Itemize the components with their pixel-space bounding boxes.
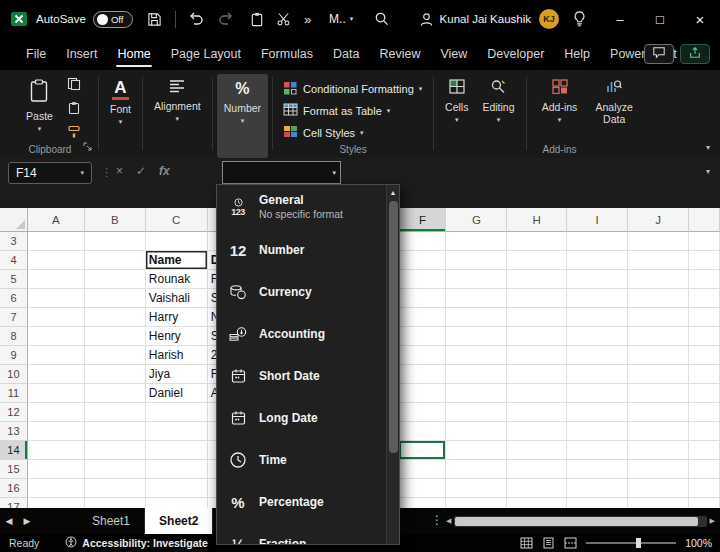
cell-J10[interactable]: [628, 365, 689, 384]
format-option-percentage[interactable]: %Percentage: [217, 481, 386, 523]
row-header-8[interactable]: 8: [0, 327, 28, 346]
row-header-16[interactable]: 16: [0, 479, 28, 498]
cell-k15[interactable]: [689, 460, 720, 479]
cell-B13[interactable]: [85, 422, 146, 441]
cell-A7[interactable]: [28, 308, 85, 327]
column-header-J[interactable]: J: [628, 208, 689, 232]
tab-file[interactable]: File: [16, 38, 56, 70]
zoom-slider[interactable]: [586, 542, 676, 544]
cell-k5[interactable]: [689, 270, 720, 289]
cancel-icon[interactable]: ×: [116, 164, 123, 178]
tab-developer[interactable]: Developer: [477, 38, 554, 70]
expand-formula-bar-icon[interactable]: ▾: [706, 167, 710, 176]
cell-H10[interactable]: [507, 365, 567, 384]
cell-F5[interactable]: [399, 270, 446, 289]
cell-I7[interactable]: [567, 308, 628, 327]
cell-B14[interactable]: [85, 441, 146, 460]
cell-G16[interactable]: [446, 479, 507, 498]
cell-J3[interactable]: [628, 232, 689, 251]
dropdown-scrollbar[interactable]: ▲: [386, 185, 399, 544]
cell-J16[interactable]: [628, 479, 689, 498]
cell-B12[interactable]: [85, 403, 146, 422]
column-header-B[interactable]: B: [85, 208, 146, 232]
copy-icon[interactable]: [67, 77, 81, 95]
collapse-ribbon-chevron-icon[interactable]: ▾: [706, 143, 710, 152]
paste-options-icon[interactable]: [67, 101, 81, 119]
tab-page-layout[interactable]: Page Layout: [161, 38, 251, 70]
cell-I8[interactable]: [567, 327, 628, 346]
cell-C12[interactable]: [146, 403, 208, 422]
cell-G9[interactable]: [446, 346, 507, 365]
formula-bar-handle[interactable]: ⋮: [101, 166, 112, 179]
cell-A11[interactable]: [28, 384, 85, 403]
search-icon[interactable]: [374, 11, 389, 26]
cell-G11[interactable]: [446, 384, 507, 403]
lightbulb-icon[interactable]: [573, 11, 586, 27]
editing-button[interactable]: Editing ▾: [475, 74, 521, 158]
avatar[interactable]: KJ: [539, 9, 559, 29]
tab-help[interactable]: Help: [554, 38, 600, 70]
name-box[interactable]: F14 ▾: [8, 162, 92, 184]
row-header-13[interactable]: 13: [0, 422, 28, 441]
cell-B8[interactable]: [85, 327, 146, 346]
column-header-k[interactable]: [689, 208, 720, 232]
cell-I14[interactable]: [567, 441, 628, 460]
cell-F7[interactable]: [399, 308, 446, 327]
share-button[interactable]: [680, 44, 710, 64]
splitter-handle[interactable]: ⋮: [431, 513, 443, 527]
cell-J14[interactable]: [628, 441, 689, 460]
cell-I12[interactable]: [567, 403, 628, 422]
zoom-level[interactable]: 100%: [685, 537, 712, 549]
format-option-long-date[interactable]: Long Date: [217, 397, 386, 439]
scrollbar-thumb[interactable]: [389, 201, 398, 453]
sheet-tab-sheet1[interactable]: Sheet1: [78, 508, 145, 534]
cell-J6[interactable]: [628, 289, 689, 308]
toolbar-overflow-chevron[interactable]: »: [304, 12, 311, 27]
maximize-button[interactable]: □: [640, 0, 680, 38]
autosave-toggle[interactable]: Off: [93, 11, 133, 28]
format-option-currency[interactable]: Currency: [217, 271, 386, 313]
cell-F12[interactable]: [399, 403, 446, 422]
scrollbar-track[interactable]: [454, 516, 706, 527]
cell-I4[interactable]: [567, 251, 628, 270]
cell-I9[interactable]: [567, 346, 628, 365]
cell-J13[interactable]: [628, 422, 689, 441]
cell-A6[interactable]: [28, 289, 85, 308]
cell-B15[interactable]: [85, 460, 146, 479]
cell-F16[interactable]: [399, 479, 446, 498]
cell-k13[interactable]: [689, 422, 720, 441]
cell-F15[interactable]: [399, 460, 446, 479]
format-option-number[interactable]: 12Number: [217, 229, 386, 271]
cell-B5[interactable]: [85, 270, 146, 289]
scroll-up-icon[interactable]: ▲: [390, 185, 397, 196]
number-format-combobox[interactable]: ▾: [222, 161, 341, 184]
row-header-3[interactable]: 3: [0, 232, 28, 251]
scrollbar-thumb[interactable]: [455, 517, 698, 526]
row-header-11[interactable]: 11: [0, 384, 28, 403]
row-header-14[interactable]: 14: [0, 441, 28, 460]
cell-A5[interactable]: [28, 270, 85, 289]
font-button[interactable]: A Font ▾: [103, 74, 138, 158]
cell-H9[interactable]: [507, 346, 567, 365]
format-option-accounting[interactable]: Accounting: [217, 313, 386, 355]
cell-k12[interactable]: [689, 403, 720, 422]
cell-C11[interactable]: Daniel: [146, 384, 208, 403]
sheet-tab-sheet2[interactable]: Sheet2: [145, 508, 213, 534]
number-format-button[interactable]: % Number ▾: [217, 74, 268, 158]
cell-I6[interactable]: [567, 289, 628, 308]
cell-F8[interactable]: [399, 327, 446, 346]
cell-A3[interactable]: [28, 232, 85, 251]
minimize-button[interactable]: –: [600, 0, 640, 38]
cell-G15[interactable]: [446, 460, 507, 479]
cell-H3[interactable]: [507, 232, 567, 251]
cell-B7[interactable]: [85, 308, 146, 327]
row-header-10[interactable]: 10: [0, 365, 28, 384]
cell-J7[interactable]: [628, 308, 689, 327]
insert-function-icon[interactable]: fx: [159, 164, 170, 178]
horizontal-scrollbar[interactable]: ◀ ▶: [446, 515, 715, 527]
cell-k11[interactable]: [689, 384, 720, 403]
cell-F9[interactable]: [399, 346, 446, 365]
column-header-I[interactable]: I: [567, 208, 628, 232]
cell-G3[interactable]: [446, 232, 507, 251]
cell-H13[interactable]: [507, 422, 567, 441]
